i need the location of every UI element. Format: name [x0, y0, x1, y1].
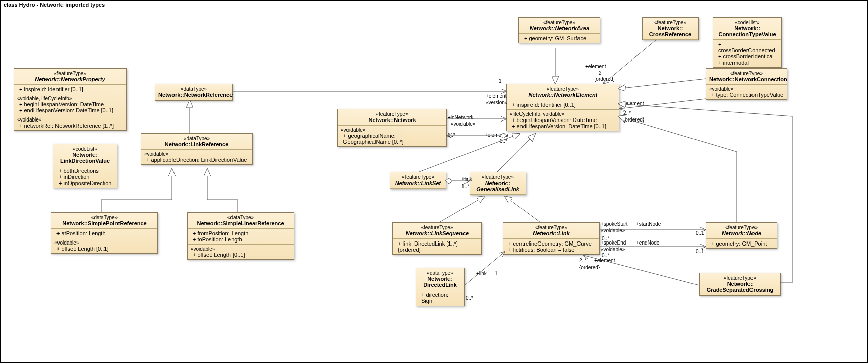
class-network-reference[interactable]: «dataType»Network::NetworkReference — [155, 84, 233, 101]
label-m01-1: 0..1 — [696, 230, 704, 236]
label-voidable-3: «voidable» — [601, 247, 625, 252]
label-version: «version» — [486, 100, 507, 105]
class-connection-type-value[interactable]: «codeList»Network:: ConnectionTypeValue … — [713, 17, 782, 68]
label-element-d: +element — [594, 258, 615, 263]
label-m1s: 1..* — [461, 184, 469, 189]
label-m0s-1: 0..* — [500, 138, 507, 144]
label-in-network: +inNetwork — [448, 115, 473, 120]
class-grade-separated-crossing[interactable]: «featureType»Network:: GradeSeparatedCro… — [699, 273, 781, 296]
class-network-connection[interactable]: «featureType»Network::NetworkConnection … — [706, 68, 787, 100]
label-m2: 2 — [599, 70, 602, 76]
class-simple-linear-reference[interactable]: «dataType»Network::SimpleLinearReference… — [187, 212, 294, 260]
label-m0s-2: 0..* — [448, 132, 455, 138]
label-ordered-1: {ordered} — [594, 76, 615, 82]
class-link-direction-value[interactable]: «codeList»Network:: LinkDirectionValue +… — [53, 144, 117, 188]
label-m01-2: 0..1 — [696, 249, 704, 254]
label-m1-2: 1 — [495, 271, 498, 276]
class-network-element[interactable]: «featureType»Network::NetworkElement «li… — [506, 84, 619, 131]
frame-title: class Hydro - Network: imported types — [0, 0, 110, 9]
label-ordered-2: {ordered} — [623, 117, 644, 123]
label-element-c: +element — [623, 101, 644, 106]
label-m2s: 2..* — [623, 110, 631, 116]
class-directed-link[interactable]: «dataType»Network:: DirectedLink + direc… — [416, 268, 465, 306]
class-link[interactable]: «featureType»Network::Link + centrelineG… — [503, 222, 600, 255]
class-network[interactable]: «featureType»Network::Network «voidable»… — [337, 109, 447, 147]
label-spoke-start: +spokeStart — [601, 221, 628, 227]
class-generalised-link[interactable]: «featureType»Network:: GeneralisedLink — [470, 172, 526, 195]
label-link-2: +link — [476, 271, 487, 276]
class-cross-reference[interactable]: «featureType»Network:: CrossReference — [642, 17, 699, 40]
label-link: +link — [461, 176, 472, 182]
class-link-set[interactable]: «featureType»Network::LinkSet — [390, 172, 446, 189]
label-elements: +elements — [485, 132, 508, 138]
label-end-node: +endNode — [636, 240, 659, 246]
diagram-canvas: class Hydro - Network: imported types «f… — [0, 0, 868, 363]
label-voidable-2: «voidable» — [601, 228, 625, 233]
label-element-b: +element — [585, 64, 606, 69]
label-ordered-3: {ordered} — [579, 265, 600, 270]
label-voidable: «voidable» — [451, 121, 475, 127]
class-node[interactable]: «featureType»Network::Node + geometry: G… — [706, 222, 777, 249]
label-m0s-3: 0..* — [466, 295, 473, 301]
label-m1: 1 — [499, 78, 502, 84]
label-m0s-5: 0..* — [602, 253, 609, 258]
class-network-property[interactable]: «featureType»Network::NetworkProperty + … — [14, 68, 127, 131]
class-simple-point-reference[interactable]: «dataType»Network::SimplePointReference … — [51, 212, 158, 254]
label-start-node: +startNode — [636, 221, 661, 227]
class-link-sequence[interactable]: «featureType»Network::LinkSequence + lin… — [392, 222, 482, 255]
label-element-a: +element — [486, 93, 506, 99]
class-link-reference[interactable]: «dataType»Network::LinkReference «voidab… — [141, 133, 253, 165]
label-m2s-2: 2..* — [579, 258, 587, 263]
label-spoke-end: +spokeEnd — [601, 240, 626, 246]
class-network-area[interactable]: «featureType»Network::NetworkArea + geom… — [518, 17, 600, 43]
